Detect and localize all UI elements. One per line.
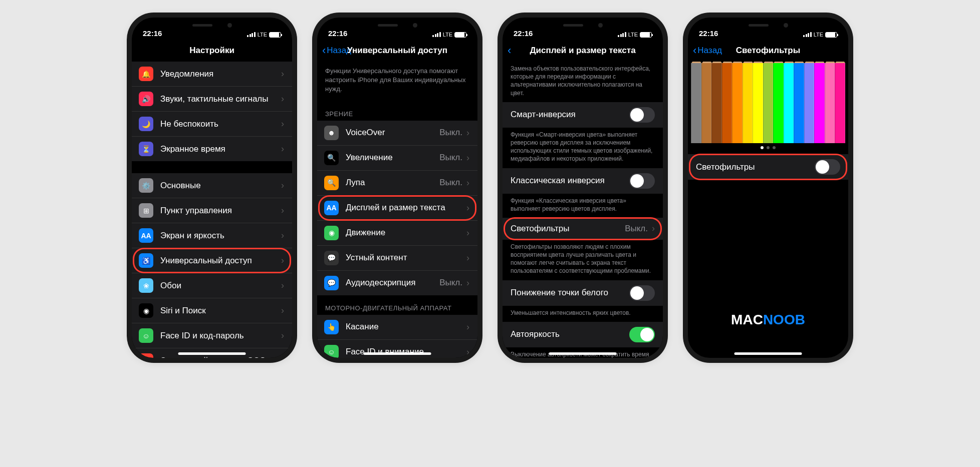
row-label: Основные [160, 181, 281, 191]
toggle-classic-inversion[interactable] [629, 173, 655, 189]
row-label: Экранное время [160, 144, 281, 154]
row-auto-brightness[interactable]: Автояркость [503, 322, 663, 347]
chevron-right-icon: › [281, 94, 284, 104]
carrier-label: LTE [814, 32, 823, 38]
accessibility-content[interactable]: Функции Универсального доступа помогают … [317, 62, 477, 358]
toggle-color-filters[interactable] [815, 159, 840, 175]
row-label: Экран и яркость [160, 231, 281, 241]
chevron-left-icon: ‹ [508, 44, 511, 57]
settings-row[interactable]: AAДисплей и размер текста› [317, 196, 477, 221]
phone-4-color-filters: 22:16 LTE ‹Назад Светофильтры Светофильт… [688, 18, 848, 358]
settings-row[interactable]: 🔊Звуки, тактильные сигналы› [132, 87, 292, 112]
toggle-smart-inversion[interactable] [629, 107, 655, 123]
settings-row[interactable]: ☺Face ID и внимание› [317, 340, 477, 358]
pencil [825, 63, 835, 143]
chevron-right-icon: › [281, 119, 284, 129]
row-classic-inversion[interactable]: Классическая инверсия [503, 168, 663, 194]
settings-row[interactable]: ☺Face ID и код-пароль› [132, 323, 292, 348]
settings-row[interactable]: 👆Касание› [317, 315, 477, 340]
home-indicator[interactable] [549, 352, 617, 355]
settings-row[interactable]: ⏳Экранное время› [132, 137, 292, 161]
row-smart-inversion[interactable]: Смарт-инверсия [503, 102, 663, 128]
status-time: 22:16 [514, 29, 533, 38]
home-indicator[interactable] [364, 352, 431, 355]
notch [545, 18, 620, 33]
home-indicator[interactable] [178, 352, 246, 355]
home-indicator[interactable] [734, 352, 802, 355]
signal-icon [432, 32, 441, 37]
settings-row[interactable]: AAЭкран и яркость› [132, 223, 292, 248]
pencil [701, 63, 712, 143]
pencil [835, 63, 845, 143]
row-color-filters-toggle[interactable]: Светофильтры [688, 154, 848, 180]
row-label: Siri и Поиск [160, 306, 281, 316]
battery-icon [454, 32, 466, 38]
settings-row[interactable]: 🔍ЛупаВыкл.› [317, 171, 477, 196]
settings-row[interactable]: 🔔Уведомления› [132, 62, 292, 87]
pencil [773, 63, 784, 143]
notch [174, 18, 250, 33]
row-label: Универсальный доступ [160, 256, 281, 266]
pencils-preview[interactable] [688, 62, 848, 143]
back-button[interactable]: ‹Назад [693, 44, 722, 57]
toggle-auto-brightness[interactable] [629, 327, 655, 342]
nav-bar: ‹Назад Светофильтры [688, 40, 848, 62]
row-icon: ♿ [139, 253, 153, 268]
chevron-right-icon: › [281, 330, 284, 341]
pencil [722, 63, 732, 143]
chevron-right-icon: › [281, 230, 284, 241]
battery-icon [269, 32, 281, 38]
pencil [753, 63, 763, 143]
pencil [814, 63, 825, 143]
chevron-right-icon: › [466, 322, 469, 332]
row-reduce-white-point[interactable]: Понижение точки белого [503, 280, 663, 306]
notch [360, 18, 435, 33]
row-icon: ⏳ [139, 142, 153, 156]
back-button[interactable]: ‹ [508, 44, 512, 57]
back-label: Назад [697, 46, 722, 56]
settings-row[interactable]: ♿Универсальный доступ› [132, 248, 292, 273]
carrier-label: LTE [443, 32, 452, 38]
row-icon: 💬 [324, 251, 339, 265]
row-label: Уведомления [160, 69, 281, 79]
notch [730, 18, 806, 33]
nav-title: Светофильтры [736, 46, 801, 56]
phone-2-accessibility: 22:16 LTE ‹Назад Универсальный доступ Фу… [317, 18, 477, 358]
row-label: Обои [160, 281, 281, 291]
row-icon: ⚙️ [139, 178, 153, 193]
settings-row[interactable]: 💬АудиодескрипцияВыкл.› [317, 271, 477, 295]
toggle-white-point[interactable] [629, 285, 655, 301]
signal-icon [803, 32, 812, 37]
settings-row[interactable]: ⚙️Основные› [132, 173, 292, 198]
row-label: Лупа [346, 178, 439, 188]
settings-row[interactable]: ◉Siri и Поиск› [132, 298, 292, 323]
row-label: Касание [346, 322, 466, 332]
settings-row[interactable]: 🔍УвеличениеВыкл.› [317, 146, 477, 171]
settings-row[interactable]: 🌙Не беспокоить› [132, 112, 292, 137]
nav-title: Дисплей и размер текста [530, 46, 635, 56]
chevron-right-icon: › [466, 153, 469, 163]
pencil [732, 63, 743, 143]
row-icon: 👆 [324, 320, 339, 334]
page-dots [688, 143, 848, 154]
row-label: Face ID и код-пароль [160, 331, 281, 341]
phone-1-settings: 22:16 LTE Настройки 🔔Уведомления›🔊Звуки,… [132, 18, 292, 358]
row-color-filters[interactable]: СветофильтрыВыкл.› [503, 218, 663, 240]
row-icon: ❀ [139, 278, 153, 293]
row-icon: ⊞ [139, 203, 153, 218]
settings-row[interactable]: ☻VoiceOverВыкл.› [317, 121, 477, 146]
section-description: Функции Универсального доступа помогают … [317, 62, 477, 101]
display-content[interactable]: Замена объектов пользовательского интерф… [503, 62, 663, 358]
chevron-left-icon: ‹ [693, 44, 696, 57]
settings-row[interactable]: ⊞Пункт управления› [132, 198, 292, 223]
settings-row[interactable]: ◉Движение› [317, 221, 477, 246]
row-label: Дисплей и размер текста [346, 203, 466, 213]
settings-row[interactable]: ❀Обои› [132, 273, 292, 298]
row-label: Экстренный вызов — SOS [160, 356, 281, 358]
row-icon: 🔍 [324, 176, 339, 190]
settings-content[interactable]: 🔔Уведомления›🔊Звуки, тактильные сигналы›… [132, 62, 292, 358]
row-value: Выкл. [439, 278, 462, 288]
row-icon: ◉ [139, 303, 153, 318]
pencil [794, 63, 804, 143]
settings-row[interactable]: 💬Устный контент› [317, 246, 477, 271]
